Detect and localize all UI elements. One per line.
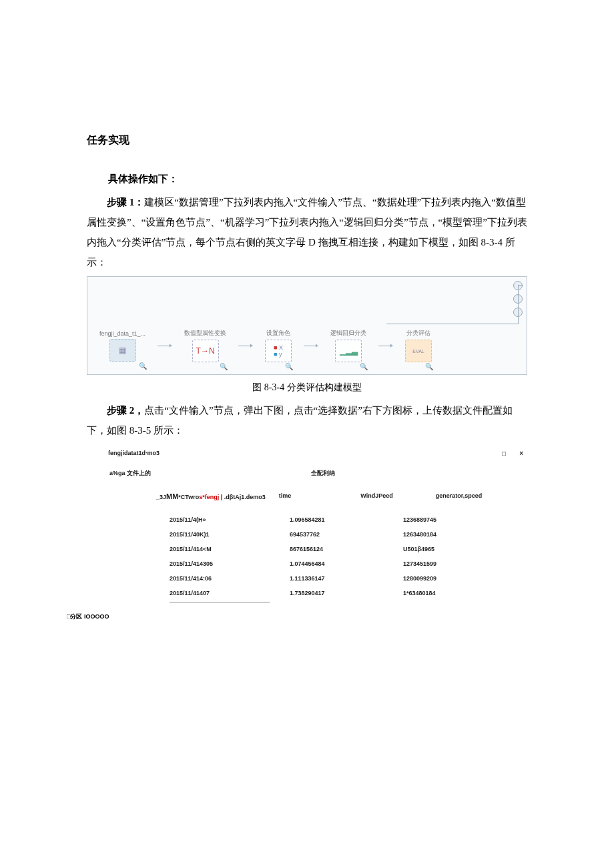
- cell-gen: 1263480184: [403, 531, 470, 538]
- connector-line: [518, 285, 519, 324]
- table-icon: ▦: [119, 346, 126, 355]
- node-file-input: fengji_data_t1_... ▦ 🔍: [99, 330, 145, 362]
- cell-wind: 1.096584281: [290, 516, 356, 523]
- dialog-left-label: a%ga 文件上的: [109, 469, 151, 478]
- node-label: fengji_data_t1_...: [99, 330, 145, 337]
- table-row: 2015/11/4(H» 1.096584281 1236889745: [170, 512, 527, 527]
- table-row: 2015/11/414305 1.074456484 1273451599: [170, 556, 527, 571]
- cell-gen: U501β4965: [403, 546, 470, 552]
- cell-gen: 1*63480184: [403, 590, 470, 596]
- step-1-paragraph: 步骤 1：建模区“数据管理”下拉列表内拖入“文件输入”节点、“数据处理”下拉列表…: [87, 192, 527, 272]
- node-label: 数值型属性变换: [184, 329, 226, 338]
- cell-wind: 1.111336147: [290, 575, 356, 582]
- connector-arrow: [158, 346, 172, 346]
- cell-wind: 1.738290417: [290, 590, 356, 596]
- connector-line: [518, 285, 523, 286]
- magnifier-icon: 🔍: [360, 363, 368, 370]
- table-row: 2015/11/414<M 8676156124 U501β4965: [170, 542, 527, 556]
- chart-icon: ▁▂▃: [340, 346, 358, 356]
- window-close-icon[interactable]: ×: [519, 450, 523, 457]
- table-underline: [170, 602, 270, 602]
- cell-time: 2015/11/414<M: [170, 546, 243, 552]
- connector-arrow: [304, 346, 318, 346]
- cell-wind: 8676156124: [290, 546, 356, 552]
- connector-arrow: [378, 346, 393, 346]
- cell-time: 2015/11/414:06: [170, 575, 243, 582]
- step-2-text: 点击“文件输入”节点，弹出下图，点击“选择数据”右下方图标，上传数据文件配置如下…: [87, 405, 513, 436]
- cell-wind: 694537762: [290, 531, 356, 538]
- magnifier-icon: 🔍: [220, 363, 228, 370]
- cell-time: 2015/11/414305: [170, 560, 243, 567]
- role-icon: ■ X■ y: [274, 344, 283, 358]
- col-path-frag: *CTwro: [178, 494, 199, 500]
- section-title: 任务实现: [87, 133, 527, 147]
- col-time: time: [279, 492, 292, 500]
- eval-icon: EVAL: [412, 349, 424, 354]
- node-box: ▦: [109, 339, 136, 362]
- col-path-frag: _3J: [156, 494, 166, 500]
- window-minimize-icon[interactable]: □: [502, 450, 506, 457]
- cell-wind: 1.074456484: [290, 560, 356, 567]
- magnifier-icon: 🔍: [425, 363, 433, 370]
- col-windspeed: WindJPeed: [360, 492, 392, 500]
- step-2-label: 步骤 2，: [107, 405, 144, 416]
- dialog-right-label: 全配利纳: [311, 469, 335, 478]
- col-path-frag: MM: [166, 492, 178, 500]
- sub-heading: 具体操作如下：: [108, 173, 527, 185]
- dialog-subheader: a%ga 文件上的 全配利纳: [104, 469, 527, 492]
- step-1-text: 建模区“数据管理”下拉列表内拖入“文件输入”节点、“数据处理”下拉列表内拖入“数…: [87, 197, 527, 268]
- node-logistic-regression: 逻辑回归分类 ▁▂▃ 🔍: [330, 329, 366, 362]
- diagram-node-row: fengji_data_t1_... ▦ 🔍 数值型属性变换 T→N 🔍 设置角…: [99, 329, 432, 362]
- node-label: 设置角色: [266, 329, 290, 338]
- node-box: ■ X■ y: [265, 340, 292, 362]
- cell-gen: 1280099209: [403, 575, 470, 582]
- table-row: 2015/11/414:06 1.111336147 1280099209: [170, 571, 527, 586]
- step-2-paragraph: 步骤 2，点击“文件输入”节点，弹出下图，点击“选择数据”右下方图标，上传数据文…: [87, 400, 527, 440]
- magnifier-icon: 🔍: [139, 362, 147, 370]
- dialog-title: fengjidatat1d·mo3: [108, 450, 160, 457]
- col-generator-speed: generator,speed: [436, 492, 483, 500]
- dialog-titlebar: fengjidatat1d·mo3 □ ×: [104, 450, 527, 469]
- connector-line: [386, 324, 519, 324]
- node-label: 分类评估: [406, 329, 430, 338]
- transform-icon: T→N: [196, 346, 215, 356]
- node-eval: 分类评估 EVAL 🔍: [405, 329, 432, 362]
- node-box: ▁▂▃: [335, 340, 362, 362]
- col-path-frag: s*fengj: [199, 494, 219, 500]
- col-path: _3JMM*CTwros*fengj | .dβtAj1.demo3: [156, 492, 266, 500]
- col-path-frag: | .dβtAj1.demo3: [219, 494, 266, 500]
- node-numeric-transform: 数值型属性变换 T→N 🔍: [184, 329, 226, 362]
- node-set-role: 设置角色 ■ X■ y 🔍: [265, 329, 292, 362]
- node-box: EVAL: [405, 340, 432, 362]
- table-row: 2015/11/40K)1 694537762 1263480184: [170, 527, 527, 542]
- cell-time: 2015/11/40K)1: [170, 531, 243, 538]
- step-1-label: 步骤 1：: [107, 197, 144, 207]
- magnifier-icon: 🔍: [285, 363, 293, 370]
- table-row: 2015/11/41407 1.738290417 1*63480184: [170, 586, 527, 600]
- cell-gen: 1273451599: [403, 560, 470, 567]
- cell-gen: 1236889745: [403, 516, 470, 523]
- file-input-dialog: fengjidatat1d·mo3 □ × a%ga 文件上的 全配利纳 _3J…: [104, 450, 527, 602]
- cell-time: 2015/11/41407: [170, 590, 243, 596]
- node-box: T→N: [192, 340, 219, 362]
- model-diagram: fengji_data_t1_... ▦ 🔍 数值型属性变换 T→N 🔍 设置角…: [87, 276, 527, 375]
- partition-note: □分区 IOOOOO: [67, 612, 109, 621]
- connector-arrow: [238, 346, 253, 346]
- figure-8-3-4-caption: 图 8-3-4 分类评估构建模型: [87, 382, 527, 394]
- cell-time: 2015/11/4(H»: [170, 516, 243, 523]
- dialog-column-header: _3JMM*CTwros*fengj | .dβtAj1.demo3 time …: [104, 492, 527, 500]
- data-table: 2015/11/4(H» 1.096584281 1236889745 2015…: [104, 512, 527, 600]
- node-label: 逻辑回归分类: [330, 329, 366, 338]
